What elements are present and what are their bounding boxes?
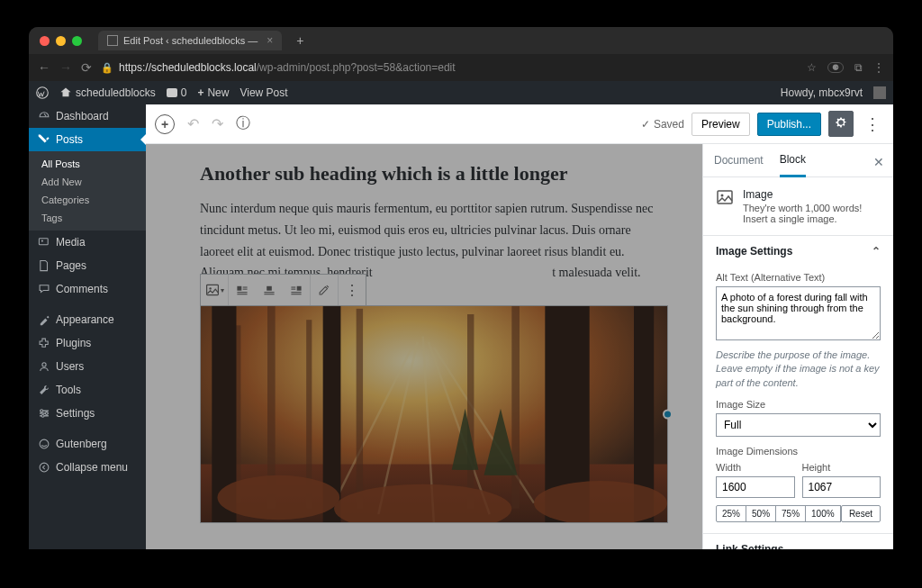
menu-settings[interactable]: Settings	[29, 402, 146, 425]
svg-point-13	[209, 287, 211, 289]
preview-button[interactable]: Preview	[692, 113, 750, 136]
menu-comments-label: Comments	[56, 283, 108, 295]
post-heading[interactable]: Another sub heading which is a little lo…	[200, 162, 668, 185]
browser-menu-icon[interactable]: ⋮	[873, 61, 884, 74]
submenu-tags[interactable]: Tags	[29, 209, 146, 227]
alt-text-help: Describe the purpose of the image. Leave…	[716, 348, 881, 390]
redo-button[interactable]: ↷	[212, 115, 223, 132]
wp-admin-toolbar: scheduledblocks 0 +New View Post Howdy, …	[29, 81, 893, 104]
align-center-button[interactable]	[256, 275, 283, 305]
svg-rect-21	[264, 294, 274, 294]
settings-gear-button[interactable]	[828, 111, 854, 137]
browser-tab[interactable]: Edit Post ‹ scheduledblocks — ×	[98, 31, 282, 50]
tab-block[interactable]: Block	[780, 144, 806, 177]
menu-media[interactable]: Media	[29, 231, 146, 254]
insert-block-button[interactable]: +	[155, 114, 175, 134]
link-settings-toggle[interactable]: Link Settings ⌄	[703, 534, 893, 549]
submenu-add-new[interactable]: Add New	[29, 173, 146, 191]
forest-image[interactable]	[201, 306, 667, 522]
submenu-all-posts[interactable]: All Posts	[29, 155, 146, 173]
menu-appearance[interactable]: Appearance	[29, 308, 146, 331]
block-description: They're worth 1,000 words! Insert a sing…	[743, 203, 881, 224]
image-block[interactable]: ▾ ⋮	[200, 305, 668, 523]
comments-link[interactable]: 0	[167, 86, 187, 99]
forward-button[interactable]: →	[59, 60, 72, 75]
more-options-button[interactable]: ⋮	[861, 114, 884, 134]
block-type-button[interactable]: ▾	[201, 275, 228, 305]
bookmark-star-icon[interactable]: ☆	[807, 61, 817, 74]
pct-75-button[interactable]: 75%	[775, 505, 806, 522]
svg-rect-37	[357, 309, 363, 509]
chevron-down-icon: ⌄	[872, 543, 881, 549]
menu-pages[interactable]: Pages	[29, 254, 146, 277]
svg-rect-23	[291, 287, 295, 288]
resize-handle[interactable]	[663, 410, 673, 420]
menu-tools-label: Tools	[56, 384, 81, 396]
publish-button[interactable]: Publish...	[757, 113, 821, 136]
collapse-label: Collapse menu	[56, 461, 128, 474]
width-input[interactable]	[716, 476, 795, 498]
menu-comments[interactable]: Comments	[29, 277, 146, 301]
reset-dimensions-button[interactable]: Reset	[841, 505, 881, 522]
undo-button[interactable]: ↶	[187, 115, 199, 132]
block-more-button[interactable]: ⋮	[339, 275, 366, 305]
editor-toolbar: + ↶ ↷ ⓘ ✓ Saved Preview Publish... ⋮	[146, 104, 893, 144]
editor-canvas[interactable]: Another sub heading which is a little lo…	[146, 144, 702, 549]
svg-rect-20	[264, 292, 274, 293]
menu-dashboard[interactable]: Dashboard	[29, 104, 146, 128]
svg-point-9	[41, 414, 44, 417]
alt-text-input[interactable]: A photo of a forest during fall with the…	[716, 286, 881, 340]
reload-button[interactable]: ⟳	[81, 60, 92, 75]
svg-rect-26	[291, 294, 301, 294]
height-input[interactable]	[802, 476, 881, 498]
post-paragraph-tail[interactable]: t malesuada velit.	[552, 266, 640, 279]
extension-icon[interactable]: ⧉	[854, 61, 863, 74]
view-post-link[interactable]: View Post	[240, 86, 287, 99]
maximize-window-button[interactable]	[72, 36, 82, 46]
svg-point-3	[42, 363, 46, 366]
howdy-text[interactable]: Howdy, mbcx9rvt	[781, 86, 863, 99]
tab-document[interactable]: Document	[714, 145, 764, 176]
page-icon	[107, 35, 118, 46]
close-panel-button[interactable]: ✕	[873, 155, 884, 169]
menu-gutenberg[interactable]: Gutenberg	[29, 432, 146, 456]
svg-rect-38	[467, 314, 474, 509]
image-dimensions-label: Image Dimensions	[716, 446, 881, 457]
comments-count: 0	[181, 86, 187, 99]
titlebar: Edit Post ‹ scheduledblocks — × +	[29, 27, 893, 54]
close-window-button[interactable]	[40, 36, 50, 46]
avatar[interactable]	[873, 86, 886, 99]
pct-50-button[interactable]: 50%	[746, 505, 776, 522]
address-bar[interactable]: 🔒 https://scheduledblocks.local/wp-admin…	[101, 61, 798, 74]
new-label: New	[207, 86, 229, 99]
menu-plugins[interactable]: Plugins	[29, 331, 146, 355]
svg-rect-24	[291, 289, 295, 290]
new-tab-button[interactable]: +	[296, 33, 303, 48]
pct-25-button[interactable]: 25%	[716, 505, 746, 522]
menu-tools[interactable]: Tools	[29, 378, 146, 402]
image-settings-toggle[interactable]: Image Settings ⌃	[703, 236, 893, 267]
menu-users[interactable]: Users	[29, 355, 146, 378]
submenu-categories[interactable]: Categories	[29, 191, 146, 209]
svg-point-2	[41, 240, 43, 242]
align-left-button[interactable]	[229, 275, 256, 305]
close-tab-icon[interactable]: ×	[267, 34, 273, 47]
svg-point-11	[40, 463, 49, 472]
svg-rect-16	[243, 289, 248, 290]
content-info-button[interactable]: ⓘ	[236, 114, 250, 133]
block-settings-panel: Document Block ✕ Image They're worth 1,0…	[702, 144, 893, 549]
new-content-button[interactable]: +New	[197, 86, 229, 99]
minimize-window-button[interactable]	[56, 36, 66, 46]
align-right-button[interactable]	[283, 275, 310, 305]
site-link[interactable]: scheduledblocks	[59, 86, 156, 99]
wp-logo[interactable]	[36, 86, 49, 99]
back-button[interactable]: ←	[38, 60, 50, 75]
link-settings-label: Link Settings	[716, 543, 783, 549]
menu-pages-label: Pages	[56, 259, 86, 272]
image-size-select[interactable]: Full	[716, 413, 881, 437]
pct-100-button[interactable]: 100%	[805, 505, 841, 522]
width-label: Width	[716, 462, 795, 473]
menu-posts[interactable]: Posts	[29, 128, 146, 151]
collapse-menu[interactable]: Collapse menu	[29, 456, 146, 479]
edit-image-button[interactable]	[311, 275, 338, 305]
